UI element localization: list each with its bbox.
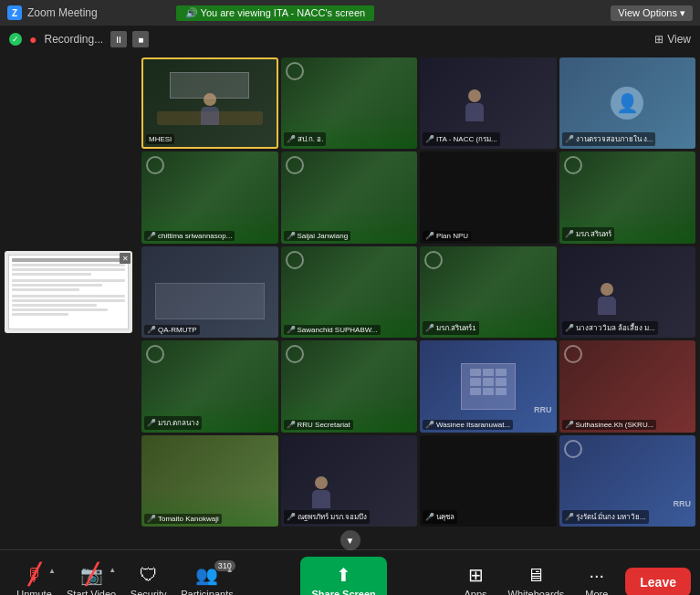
participant-cell-13[interactable]: 🎤 มรภ.ตกลนาง [141, 340, 278, 432]
participants-caret-icon[interactable]: ▲ [226, 566, 234, 574]
view-options-button[interactable]: View Options ▾ [611, 5, 693, 21]
participant-cell-5[interactable]: 🎤 chittima sriwannasop... [141, 151, 278, 243]
start-video-label: Start Video [67, 589, 116, 595]
participant-name: Saijai Janwiang [298, 232, 349, 240]
video-content: RRU [420, 340, 557, 432]
participant-label: 🎤 Wasinee Itsaranuwat... [423, 420, 513, 430]
participant-label: 🎤 QA-RMUTP [144, 325, 200, 335]
participant-cell-19[interactable]: 🎤 นคุชล [420, 435, 557, 527]
more-button[interactable]: ··· More [571, 559, 622, 596]
avatar-circle: 👤 [611, 87, 643, 120]
participant-cell-2[interactable]: 🎤 สป.ก. อ. [281, 57, 418, 149]
participant-name: มรภ.สรินทร์1 [436, 322, 476, 334]
muted-icon: 🎤 [565, 421, 574, 429]
participant-cell-12[interactable]: 🎤 นางสาววิมล ล้อเสี้ยง ม... [559, 246, 696, 338]
participant-cell-mhesi[interactable]: MHESI [141, 57, 278, 149]
participant-name: มรภ.สรินทร์ [576, 228, 611, 240]
participant-cell-14[interactable]: 🎤 RRU Secretariat [281, 340, 418, 432]
participant-name: Sawanchid SUPHABW... [298, 326, 378, 334]
participants-button[interactable]: 👥 Participants 310 ▲ [177, 558, 236, 595]
logo [286, 345, 304, 363]
participant-cell-9[interactable]: 🎤 QA-RMUTP [141, 246, 278, 338]
participant-label: 🎤 นางสาววิมล ล้อเสี้ยง ม... [562, 321, 658, 335]
participant-cell-20[interactable]: RRU 🎤 รุ่งรัตน์ มั่นกง มหาวิย... [559, 435, 696, 527]
whiteboards-button[interactable]: 🖥 Whiteboards [505, 559, 569, 596]
logo [146, 345, 164, 363]
apps-icon: ⊞ [468, 564, 484, 586]
whiteboard-icon: 🖥 [527, 565, 545, 586]
unmute-label: Unmute [16, 589, 52, 596]
ita-banner: 🔊 You are viewing ITA - NACC's screen [176, 5, 374, 21]
muted-icon: 🎤 [565, 513, 574, 521]
security-label: Security [131, 589, 167, 596]
participant-label: 🎤 รุ่งรัตน์ มั่นกง มหาวิย... [562, 510, 649, 524]
video-caret-icon[interactable]: ▲ [109, 566, 116, 574]
participant-name: สป.ก. อ. [298, 133, 324, 145]
participant-cell-8[interactable]: 🎤 มรภ.สรินทร์ [559, 151, 696, 243]
muted-icon: 🎤 [565, 135, 574, 143]
rru-label: RRU [674, 499, 692, 508]
side-panel: ✕ [5, 57, 137, 527]
person-silhouette [196, 93, 224, 130]
video-content [141, 435, 278, 527]
person-silhouette [461, 89, 488, 126]
share-screen-icon: ⬆ [336, 564, 351, 586]
participant-label: 🎤 มรภ.สรินทร์1 [423, 321, 479, 335]
participant-label: 🎤 Tomaito Kanokwaji [144, 514, 222, 524]
toolbar: 🎙 ╱ Unmute ▲ 📷 ╱ Start Video ▲ 🛡 Securit… [0, 549, 700, 595]
logo [564, 156, 582, 174]
participant-cell-10[interactable]: 🎤 Sawanchid SUPHABW... [281, 246, 418, 338]
main-area: ✕ MHESI 🎤 สป. [0, 53, 700, 531]
start-video-button[interactable]: 📷 ╱ Start Video ▲ [63, 558, 120, 595]
participant-name: MHESI [149, 135, 172, 143]
participant-label: 🎤 Sawanchid SUPHABW... [284, 325, 381, 335]
participant-cell-7[interactable]: 🎤 Plan NPU [420, 151, 557, 243]
unmute-button[interactable]: 🎙 ╱ Unmute ▲ [9, 559, 59, 596]
participant-cell-18[interactable]: 🎤 ณฐพรภัทร์ มรภ.จอมบึง [281, 435, 418, 527]
video-content [141, 151, 278, 243]
participant-name: Plan NPU [436, 232, 468, 240]
stop-button[interactable]: ■ [132, 31, 149, 47]
video-content [281, 246, 418, 338]
participant-label: 🎤 สป.ก. อ. [284, 132, 327, 146]
muted-icon: 🎤 [565, 230, 574, 238]
participant-cell-11[interactable]: 🎤 มรภ.สรินทร์1 [420, 246, 557, 338]
participant-cell-16[interactable]: 🎤 Suthasinee.Kh (SKRU... [559, 340, 696, 432]
muted-icon: 🎤 [287, 421, 296, 429]
logo [564, 440, 582, 458]
rru-label: RRU [534, 405, 552, 414]
participant-cell-17[interactable]: 🎤 Tomaito Kanokwaji [141, 435, 278, 527]
banner-text: 🔊 You are viewing ITA - NACC's screen [185, 7, 365, 19]
more-icon: ··· [589, 565, 604, 586]
view-button[interactable]: ⊞ View [654, 33, 691, 46]
scroll-down-button[interactable]: ▼ [340, 530, 360, 550]
recording-controls[interactable]: ⏸ ■ [110, 31, 149, 47]
muted-icon: 🎤 [565, 324, 574, 332]
participant-label: 🎤 มรภ.ตกลนาง [144, 416, 202, 430]
zoom-logo: Z [7, 5, 22, 20]
pause-button[interactable]: ⏸ [110, 31, 127, 47]
muted-icon: 🎤 [147, 419, 156, 427]
security-button[interactable]: 🛡 Security [123, 559, 173, 596]
grid-icon: ⊞ [654, 33, 663, 46]
participant-cell-15[interactable]: RRU 🎤 Wasinee Itsaranuwat... [420, 340, 557, 432]
check-icon [9, 33, 22, 46]
participant-name: นางสาววิมล ล้อเสี้ยง ม... [576, 322, 655, 334]
side-document[interactable]: ✕ [5, 251, 132, 333]
apps-label: Apps [464, 589, 486, 595]
logo [564, 345, 582, 363]
participant-label: MHESI [146, 134, 174, 144]
recording-label: Recording... [44, 33, 103, 46]
avatar-icon: 👤 [616, 92, 639, 114]
participant-cell-4[interactable]: 👤 🎤 งานตรวจสอบภายใน ง... [559, 57, 696, 149]
leave-button[interactable]: Leave [625, 568, 691, 596]
document-close-button[interactable]: ✕ [120, 253, 131, 264]
participant-name: รุ่งรัตน์ มั่นกง มหาวิย... [576, 511, 646, 523]
share-screen-button[interactable]: ⬆ Share Screen [300, 557, 386, 595]
muted-icon: 🎤 [147, 515, 156, 523]
participant-cell-3[interactable]: 🎤 ITA - NACC (กรม... [420, 57, 557, 149]
participant-cell-6[interactable]: 🎤 Saijai Janwiang [281, 151, 418, 243]
apps-button[interactable]: ⊞ Apps [451, 558, 501, 595]
muted-icon: 🎤 [287, 326, 296, 334]
unmute-caret-icon[interactable]: ▲ [48, 567, 56, 575]
